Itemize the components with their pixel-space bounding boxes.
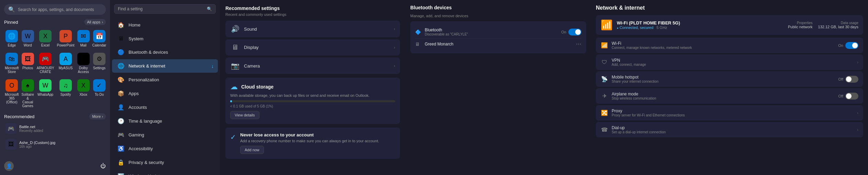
pinned-app-settings[interactable]: ⚙ Settings: [92, 51, 107, 76]
sidebar-item-bluetooth[interactable]: 🔵 Bluetooth & devices: [112, 45, 218, 59]
pinned-app-armoury-crate[interactable]: 🎮 ARMOURY CRATE: [36, 51, 55, 76]
user-profile-button[interactable]: 👤: [4, 161, 14, 171]
app-label: Settings: [93, 66, 105, 70]
settings-search-icon: 🔍: [207, 7, 212, 11]
sidebar-item-network[interactable]: 🌐 Network & internet ↓: [112, 59, 218, 73]
pinned-app-microsoft-store[interactable]: 🛍 Microsoft Store: [4, 51, 20, 76]
recommended-item[interactable]: 🎮 Battle.net Recently added: [4, 122, 106, 135]
sidebar-item-personalization[interactable]: 🎨 Personalization: [112, 73, 218, 86]
pinned-app-mail[interactable]: ✉ Mail: [77, 28, 90, 49]
pinned-app-microsoft-365-(office)[interactable]: O Microsoft 365 (Office): [4, 77, 20, 110]
bt-device-name: Greed Monarch: [425, 42, 453, 47]
network-item-hotspot[interactable]: 📡 Mobile hotspot Share your internet con…: [596, 71, 863, 87]
toggle-label: Off: [838, 77, 843, 81]
net-item-icon-airplane: ✈: [601, 93, 608, 99]
net-item-name-hotspot: Mobile hotspot: [612, 75, 835, 80]
nav-icon-time: 🕐: [118, 118, 124, 124]
rec-item-info: Ashe_D (Custom).jpg 16h ago: [19, 141, 55, 148]
pinned-app-myasus[interactable]: A MyASUS: [56, 51, 75, 76]
nav-icon-gaming: 🎮: [118, 132, 124, 138]
sidebar-item-gaming[interactable]: 🎮 Gaming: [112, 128, 218, 142]
all-apps-button[interactable]: All apps ›: [84, 19, 106, 25]
settings-quick-item-display[interactable]: 🖥 Display ›: [225, 39, 400, 55]
sidebar-item-time[interactable]: 🕐 Time & language: [112, 114, 218, 128]
pinned-app-photos[interactable]: 🖼 Photos: [21, 51, 35, 76]
net-item-info-airplane: Airplane mode Stop wireless communicatio…: [612, 92, 835, 100]
sidebar-item-accessibility[interactable]: ♿ Accessibility: [112, 142, 218, 155]
settings-item-label: Display: [244, 45, 390, 50]
network-toggle[interactable]: [845, 42, 858, 49]
more-options-icon[interactable]: ⋯: [576, 41, 581, 47]
network-item-proxy[interactable]: 🔀 Proxy Proxy server for Wi-Fi and Ether…: [596, 105, 863, 121]
network-item-airplane[interactable]: ✈ Airplane mode Stop wireless communicat…: [596, 88, 863, 104]
app-icon: D: [77, 53, 90, 65]
sidebar-item-apps[interactable]: 📦 Apps: [112, 87, 218, 100]
pinned-app-calendar[interactable]: 📅 Calendar: [92, 28, 107, 49]
rec-item-icon: 🖼: [5, 139, 16, 150]
more-button[interactable]: More ›: [89, 113, 106, 120]
app-icon: 🌐: [5, 30, 18, 42]
nav-icon-accounts: 👤: [118, 104, 124, 111]
bluetooth-device-row[interactable]: 🔷 Bluetooth Discoverable as "CARLYLE" On: [415, 25, 581, 39]
net-item-icon-vpn: 🛡: [601, 59, 608, 65]
settings-nav: 🏠 Home 🖥 System 🔵 Bluetooth & devices 🌐 …: [110, 18, 220, 175]
wifi-hero-card[interactable]: 📶 Wi-Fi (PLDT HOME FIBER 5G) ● Connected…: [596, 15, 863, 35]
pinned-app-dolby-access[interactable]: D Dolby Access: [77, 51, 90, 76]
nav-label-home: Home: [129, 22, 141, 28]
settings-quick-item-camera[interactable]: 📷 Camera ›: [225, 58, 400, 74]
nav-label-time: Time & language: [129, 119, 162, 124]
network-item-wifi[interactable]: 📶 Wi-Fi Connect, manage known networks, …: [596, 38, 863, 53]
settings-search-bar[interactable]: Find a setting 🔍: [114, 4, 216, 14]
recommended-item[interactable]: 🖼 Ashe_D (Custom).jpg 16h ago: [4, 137, 106, 151]
sidebar-item-privacy[interactable]: 🔒 Privacy & security: [112, 156, 218, 169]
app-label: Xbox: [79, 93, 87, 96]
settings-item-icon: 📷: [230, 62, 240, 70]
view-details-button[interactable]: View details: [230, 111, 259, 119]
pinned-app-solitaire-&-casual-games[interactable]: ♠ Solitaire & Casual Games: [21, 77, 35, 110]
settings-quick-item-sound[interactable]: 🔊 Sound ›: [225, 21, 400, 37]
cloud-icon: ☁: [230, 82, 238, 91]
pinned-header: Pinned All apps ›: [4, 19, 106, 25]
add-now-button[interactable]: Add now: [240, 146, 264, 154]
network-item-dialup[interactable]: ☎ Dial-up Set up a dial-up internet conn…: [596, 122, 863, 137]
net-item-info-vpn: VPN Add, connect, manage: [612, 58, 854, 66]
cloud-storage-card[interactable]: ☁ Cloud storage With available storage, …: [225, 78, 400, 124]
pinned-app-spotify[interactable]: ♫ Spotify: [56, 77, 75, 110]
wifi-status-text: Connected, secured: [620, 25, 653, 30]
pinned-label: Pinned: [4, 20, 18, 25]
power-button[interactable]: ⏻: [100, 163, 106, 169]
rec-item-info: Battle.net Recently added: [19, 125, 43, 133]
sidebar-item-accounts[interactable]: 👤 Accounts: [112, 101, 218, 114]
toggle-label: On: [561, 30, 566, 34]
network-toggle[interactable]: [845, 93, 858, 100]
nav-icon-system: 🖥: [118, 35, 124, 42]
settings-item-chevron: ›: [394, 63, 395, 68]
pinned-app-xbox[interactable]: X Xbox: [77, 77, 90, 110]
app-icon: A: [59, 53, 72, 65]
network-item-vpn[interactable]: 🛡 VPN Add, connect, manage ›: [596, 54, 863, 70]
net-item-icon-dialup: ☎: [601, 126, 608, 133]
pinned-app-word[interactable]: W Word: [21, 28, 35, 49]
app-label: Microsoft 365 (Office): [5, 93, 19, 104]
bluetooth-toggle[interactable]: [568, 29, 581, 35]
pinned-app-to-do[interactable]: ✓ To Do: [92, 77, 107, 110]
network-toggle[interactable]: [845, 76, 858, 83]
net-item-sub-proxy: Proxy server for Wi-Fi and Ethernet conn…: [612, 113, 854, 117]
app-label: Dolby Access: [77, 66, 90, 74]
bt-device-info: Bluetooth Discoverable as "CARLYLE": [425, 28, 468, 36]
sidebar-item-system[interactable]: 🖥 System: [112, 32, 218, 45]
net-item-info-dialup: Dial-up Set up a dial-up internet connec…: [612, 125, 854, 134]
pinned-app-whatsapp[interactable]: W WhatsApp: [36, 77, 55, 110]
sidebar-item-update[interactable]: 🔄 Windows Update: [112, 169, 218, 175]
recommended-header: Recommended More ›: [4, 113, 106, 120]
network-panel-title: Network & internet: [596, 5, 863, 11]
app-icon: 🎮: [39, 53, 52, 65]
pinned-app-excel[interactable]: X Excel: [36, 28, 55, 49]
pinned-app-powerpoint[interactable]: P PowerPoint: [56, 28, 75, 49]
sidebar-item-home[interactable]: 🏠 Home: [112, 18, 218, 32]
net-item-info-wifi: Wi-Fi Connect, manage known networks, me…: [612, 41, 835, 50]
pinned-app-edge[interactable]: 🌐 Edge: [4, 28, 20, 49]
start-search-bar[interactable]: 🔍 Search for apps, settings, and documen…: [4, 4, 106, 15]
start-menu: 🔍 Search for apps, settings, and documen…: [0, 0, 110, 175]
bluetooth-device-row[interactable]: 🖥 Greed Monarch ⋯: [415, 39, 581, 49]
